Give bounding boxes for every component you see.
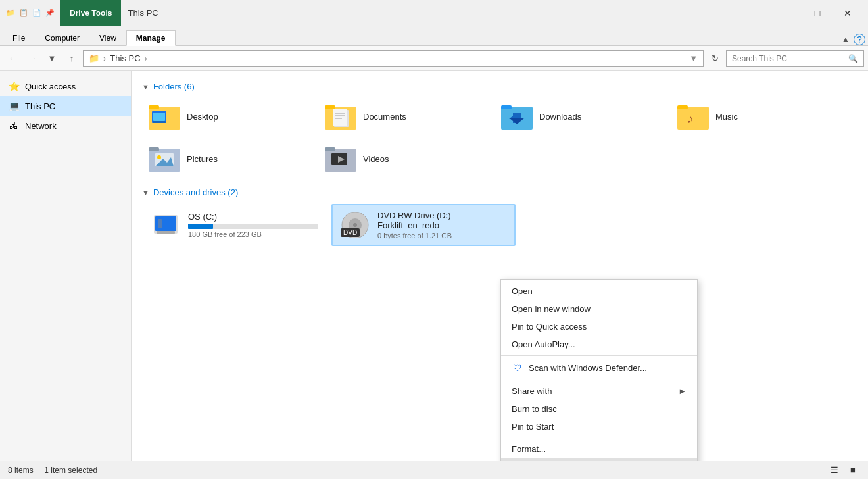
ctx-sep-1 <box>501 355 697 356</box>
ctx-pin-start[interactable]: Pin to Start <box>501 418 697 436</box>
details-view-button[interactable]: ☰ <box>827 463 842 478</box>
ctx-open-new-window-label: Open in new window <box>512 304 591 314</box>
title-bar-controls: — □ ✕ <box>772 0 863 26</box>
path-arrow-2: › <box>145 53 147 63</box>
folders-section-header[interactable]: ▼ Folders (6) <box>142 82 857 91</box>
drives-chevron: ▼ <box>142 189 149 197</box>
ctx-autoplay[interactable]: Open AutoPlay... <box>501 336 697 353</box>
drive-tools-tab[interactable]: Drive Tools <box>60 0 121 26</box>
ctx-format-label: Format... <box>512 444 546 454</box>
svg-rect-2 <box>149 105 159 109</box>
up-button[interactable]: ↑ <box>63 50 80 67</box>
minimize-button[interactable]: — <box>772 0 802 26</box>
selection-text: 1 item selected <box>44 466 97 475</box>
svg-point-24 <box>157 155 161 159</box>
address-bar: ← → ▼ ↑ 📁 › This PC › ▼ ↻ 🔍 <box>0 46 868 71</box>
quick-access-icon: ⭐ <box>8 80 20 92</box>
ctx-format[interactable]: Format... <box>501 440 697 458</box>
this-pc-icon: 💻 <box>8 100 20 112</box>
os-c-size: 180 GB free of 223 GB <box>188 230 318 238</box>
tab-computer[interactable]: Computer <box>35 30 89 46</box>
documents-folder-icon <box>325 103 356 130</box>
folder-item-downloads[interactable]: Downloads <box>494 98 665 135</box>
ribbon-collapse-btn[interactable]: ▲ <box>842 35 850 44</box>
content-area: ▼ Folders (6) Desktop <box>132 71 868 461</box>
dvd-d-icon: DVD <box>339 212 371 238</box>
recent-locations-button[interactable]: ▼ <box>43 50 60 67</box>
app-icon-3: 📄 <box>32 8 42 18</box>
ctx-open-label: Open <box>512 286 533 296</box>
drive-tools-label: Drive Tools <box>70 9 112 18</box>
svg-rect-5 <box>153 121 166 123</box>
ctx-open-new-window[interactable]: Open in new window <box>501 300 697 318</box>
help-icon[interactable]: ? <box>854 34 865 45</box>
drives-section-label: Devices and drives (2) <box>153 188 238 197</box>
context-menu: Open Open in new window Pin to Quick acc… <box>500 279 698 461</box>
ctx-share-with[interactable]: Share with ► <box>501 382 697 400</box>
drive-item-os-c[interactable]: OS (C:) 180 GB free of 223 GB <box>142 204 326 246</box>
ctx-open[interactable]: Open <box>501 282 697 300</box>
ctx-burn-disc[interactable]: Burn to disc <box>501 400 697 418</box>
defender-icon: 🛡 <box>512 362 523 374</box>
address-path[interactable]: 📁 › This PC › ▼ <box>83 50 704 67</box>
svg-rect-18 <box>677 107 709 130</box>
items-count-text: 8 items <box>8 466 34 475</box>
tab-view[interactable]: View <box>89 30 126 46</box>
arrow-indicator: ➔ <box>447 453 475 461</box>
folder-name-videos: Videos <box>363 154 389 164</box>
path-chevron[interactable]: ▼ <box>689 53 698 63</box>
svg-rect-9 <box>333 109 347 126</box>
folder-item-pictures[interactable]: Pictures <box>142 140 313 177</box>
svg-rect-22 <box>149 147 159 151</box>
ctx-sep-2 <box>501 380 697 380</box>
restore-button[interactable]: □ <box>802 0 832 26</box>
sidebar-label-quick-access: Quick access <box>25 82 76 91</box>
svg-rect-4 <box>153 113 165 121</box>
folder-item-documents[interactable]: Documents <box>318 98 489 135</box>
quick-access-toolbar-pin[interactable]: 📌 <box>45 8 55 18</box>
os-c-info: OS (C:) 180 GB free of 223 GB <box>188 212 318 238</box>
tab-manage[interactable]: Manage <box>126 30 176 46</box>
dvd-d-info: DVD RW Drive (D:) Forklift_en_redo 0 byt… <box>377 211 508 240</box>
folder-name-music: Music <box>715 112 738 122</box>
folders-grid: Desktop Documents <box>142 98 857 177</box>
svg-rect-14 <box>501 105 512 109</box>
app-icon-2: 📋 <box>18 8 29 18</box>
sidebar-item-network[interactable]: 🖧 Network <box>0 116 131 136</box>
dvd-badge: DVD <box>341 228 360 237</box>
dvd-d-name: DVD RW Drive (D:) Forklift_en_redo <box>377 211 508 230</box>
svg-rect-33 <box>158 219 162 228</box>
close-button[interactable]: ✕ <box>832 0 863 26</box>
folder-item-music[interactable]: ♪ Music <box>671 98 842 135</box>
status-items-count: 8 items 1 item selected <box>8 466 97 475</box>
path-arrow-1: › <box>103 53 106 63</box>
search-input[interactable] <box>732 54 846 63</box>
ctx-share-with-label: Share with <box>512 386 552 396</box>
svg-rect-32 <box>157 231 175 234</box>
os-c-bar-container <box>188 224 318 229</box>
title-bar-icons: 📁 📋 📄 📌 <box>5 8 55 18</box>
ribbon-tabs: File Computer View Manage ▲ ? <box>0 26 868 46</box>
ctx-autoplay-label: Open AutoPlay... <box>512 340 575 349</box>
drives-section-header[interactable]: ▼ Devices and drives (2) <box>142 188 857 197</box>
ctx-scan-defender[interactable]: 🛡 Scan with Windows Defender... <box>501 358 697 378</box>
ctx-pin-quick[interactable]: Pin to Quick access <box>501 318 697 336</box>
drive-item-dvd-d[interactable]: DVD DVD RW Drive (D:) Forklift_en_redo 0… <box>331 204 516 246</box>
folder-item-desktop[interactable]: Desktop <box>142 98 313 135</box>
refresh-button[interactable]: ↻ <box>706 50 723 67</box>
tab-file[interactable]: File <box>3 30 35 46</box>
ctx-eject[interactable]: Eject <box>501 458 697 461</box>
sidebar-item-quick-access[interactable]: ⭐ Quick access <box>0 76 131 96</box>
drives-grid: OS (C:) 180 GB free of 223 GB D <box>142 204 857 246</box>
folder-item-videos[interactable]: Videos <box>318 140 489 177</box>
pictures-folder-icon <box>149 145 180 172</box>
path-thispc: This PC <box>110 53 140 63</box>
large-icons-view-button[interactable]: ■ <box>846 463 860 478</box>
forward-button: → <box>24 50 41 67</box>
svg-rect-27 <box>325 147 335 151</box>
folder-name-desktop: Desktop <box>187 112 218 122</box>
ctx-sep-3 <box>501 438 697 438</box>
ctx-pin-quick-label: Pin to Quick access <box>512 322 587 332</box>
sidebar-item-this-pc[interactable]: 💻 This PC <box>0 96 131 116</box>
ctx-burn-disc-label: Burn to disc <box>512 404 557 414</box>
